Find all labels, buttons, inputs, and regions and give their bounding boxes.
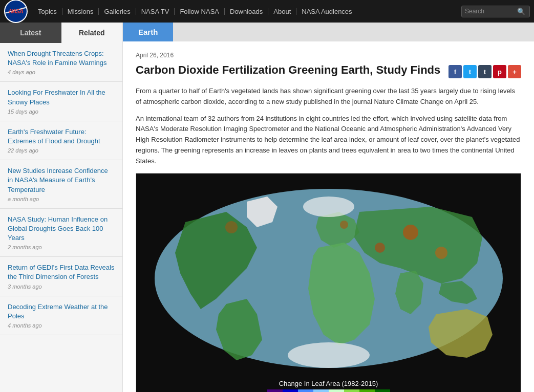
list-item: New Studies Increase Confidence in NASA'… [0, 160, 122, 209]
earth-tab[interactable]: Earth [123, 23, 173, 41]
legend-bar [267, 389, 390, 392]
map-legend: Change In Leaf Area (1982-2015) [267, 380, 390, 392]
facebook-share-button[interactable]: f [448, 65, 462, 78]
nav-topics[interactable]: Topics [33, 8, 62, 15]
nasa-logo[interactable]: NASA [4, 0, 28, 23]
article-link-3[interactable]: New Studies Increase Confidence in NASA'… [8, 166, 115, 194]
navbar: NASA Topics Missions Galleries NASA TV F… [0, 0, 534, 23]
svg-point-1 [403, 225, 418, 240]
more-share-button[interactable]: + [508, 65, 521, 78]
search-input[interactable] [465, 8, 516, 15]
world-map-svg [144, 181, 513, 376]
list-item: Earth's Freshwater Future: Extremes of F… [0, 121, 122, 160]
article-link-0[interactable]: When Drought Threatens Crops: NASA's Rol… [8, 49, 115, 68]
nasa-logo-text: NASA [9, 8, 23, 14]
main-layout: Latest Related When Drought Threatens Cr… [0, 23, 534, 392]
tumblr-share-button[interactable]: t [478, 65, 492, 78]
list-item: Return of GEDI's First Data Reveals the … [0, 257, 122, 296]
pinterest-share-button[interactable]: p [493, 65, 506, 78]
nav-nasa-tv[interactable]: NASA TV [136, 8, 175, 15]
tab-related[interactable]: Related [61, 23, 123, 43]
legend-title: Change In Leaf Area (1982-2015) [267, 380, 390, 387]
nav-about[interactable]: About [268, 8, 296, 15]
tab-latest[interactable]: Latest [0, 23, 61, 43]
search-button[interactable]: 🔍 [516, 8, 526, 15]
article-link-6[interactable]: Decoding Extreme Weather at the Poles [8, 302, 115, 321]
article-link-2[interactable]: Earth's Freshwater Future: Extremes of F… [8, 127, 115, 146]
time-ago-0: 4 days ago [8, 69, 115, 75]
sidebar-tabs: Latest Related [0, 23, 122, 43]
time-ago-3: a month ago [8, 196, 115, 202]
sidebar-items: When Drought Threatens Crops: NASA's Rol… [0, 43, 122, 335]
nav-galleries[interactable]: Galleries [99, 8, 136, 15]
article-link-4[interactable]: NASA Study: Human Influence on Global Dr… [8, 215, 115, 243]
article-link-5[interactable]: Return of GEDI's First Data Reveals the … [8, 263, 115, 281]
article-link-1[interactable]: Looking For Freshwater In All the Snowy … [8, 88, 115, 106]
twitter-share-button[interactable]: t [463, 65, 477, 78]
svg-point-7 [288, 342, 370, 368]
nav-links: Topics Missions Galleries NASA TV Follow… [33, 8, 456, 15]
time-ago-1: 15 days ago [8, 108, 115, 115]
list-item: When Drought Threatens Crops: NASA's Rol… [0, 43, 122, 82]
article-date: April 26, 2016 [136, 52, 521, 59]
svg-point-6 [303, 197, 354, 217]
world-map-container: Change In Leaf Area (1982-2015) [136, 173, 521, 392]
list-item: NASA Study: Human Influence on Global Dr… [0, 209, 122, 257]
list-item: Looking For Freshwater In All the Snowy … [0, 82, 122, 121]
svg-point-4 [340, 221, 348, 229]
article-body: April 26, 2016 Carbon Dioxide Fertilizat… [123, 41, 534, 392]
content-tab-bar: Earth [123, 23, 534, 41]
content-area: Earth April 26, 2016 Carbon Dioxide Fert… [123, 23, 534, 392]
svg-point-3 [375, 243, 385, 253]
nav-missions[interactable]: Missions [62, 8, 99, 15]
svg-point-5 [225, 221, 238, 233]
search-box: 🔍 [461, 6, 530, 17]
sidebar: Latest Related When Drought Threatens Cr… [0, 23, 123, 392]
time-ago-6: 4 months ago [8, 322, 115, 329]
nav-follow-nasa[interactable]: Follow NASA [175, 8, 225, 15]
article-paragraph-1: From a quarter to half of Earth's vegeta… [136, 86, 521, 107]
time-ago-2: 22 days ago [8, 147, 115, 154]
article-title-row: Carbon Dioxide Fertilization Greening Ea… [136, 63, 521, 78]
social-icons: f t t p + [448, 65, 521, 78]
list-item: Decoding Extreme Weather at the Poles 4 … [0, 296, 122, 335]
nav-downloads[interactable]: Downloads [225, 8, 268, 15]
article-title: Carbon Dioxide Fertilization Greening Ea… [136, 63, 441, 78]
nav-nasa-audiences[interactable]: NASA Audiences [296, 8, 357, 15]
svg-point-2 [435, 247, 447, 259]
article-paragraph-2: An international team of 32 authors from… [136, 114, 521, 167]
time-ago-4: 2 months ago [8, 244, 115, 250]
article-image: Change In Leaf Area (1982-2015) [136, 173, 521, 392]
time-ago-5: 3 months ago [8, 284, 115, 290]
